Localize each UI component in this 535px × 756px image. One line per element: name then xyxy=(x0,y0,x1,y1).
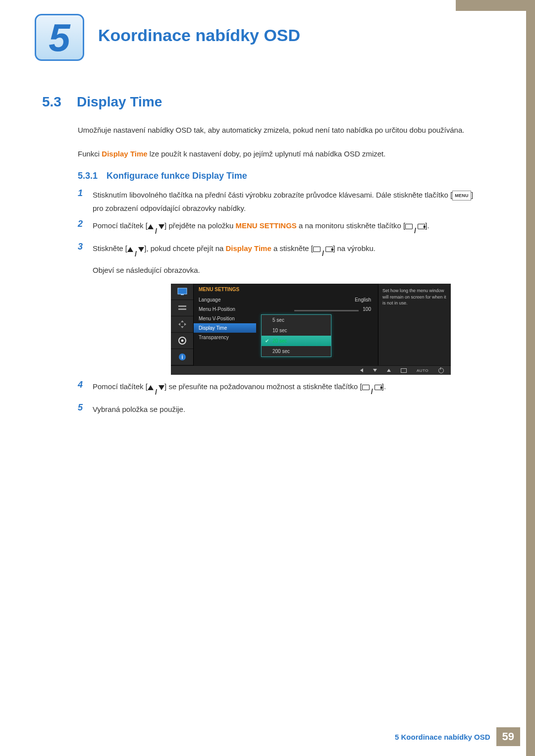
enter-icon xyxy=(401,368,407,373)
power-icon xyxy=(438,368,444,373)
osd-header: MENU SETTINGS xyxy=(194,284,378,294)
osd-footer-bar: AUTO xyxy=(171,365,451,375)
osd-screenshot: i MENU SETTINGS Language English Menu H-… xyxy=(171,284,451,375)
step-text: Vybraná položka se použije. xyxy=(93,403,185,416)
text: Pomocí tlačítek [ xyxy=(93,382,148,391)
highlight-display-time: Display Time xyxy=(226,244,271,252)
left-icon xyxy=(360,368,363,372)
svg-text:i: i xyxy=(181,354,183,360)
text: lze použít k nastavení doby, po jejímž u… xyxy=(148,150,386,158)
auto-label: AUTO xyxy=(417,368,428,373)
osd-nav-tabs: i xyxy=(171,284,194,365)
osd-row-transparency: Transparency xyxy=(194,333,268,342)
text: ] na výrobku. xyxy=(333,244,375,252)
osd-popup-option: 5 sec xyxy=(262,315,331,325)
label: Menu V-Position xyxy=(199,316,235,321)
label: Menu H-Position xyxy=(199,306,235,312)
osd-row-display-time: Display Time xyxy=(194,323,256,333)
text: ], pokud chcete přejít na xyxy=(144,244,225,252)
up-down-icon: / xyxy=(148,385,164,399)
down-icon xyxy=(373,369,377,372)
text: ] se přesuňte na požadovanou možnost a s… xyxy=(164,382,362,391)
osd-popup-option-selected: 20 sec xyxy=(262,336,331,346)
text: Stisknutím libovolného tlačítka na předn… xyxy=(93,191,452,199)
gear-icon xyxy=(178,336,187,345)
osd-row-hposition: Menu H-Position 100 xyxy=(194,304,378,314)
osd-tab-settings-icon xyxy=(171,333,193,349)
intro-paragraph-1: Umožňuje nastavení nabídky OSD tak, aby … xyxy=(78,124,476,137)
footer-page-number: 59 xyxy=(496,727,520,746)
osd-body: MENU SETTINGS Language English Menu H-Po… xyxy=(194,284,378,365)
text: Objeví se následující obrazovka. xyxy=(93,266,200,274)
svg-marker-7 xyxy=(184,323,186,326)
chapter-badge: 5 xyxy=(35,14,84,61)
step-text: Pomocí tlačítek [/] se přesuňte na požad… xyxy=(93,380,386,399)
subsection-number: 5.3.1 xyxy=(78,171,107,181)
info-icon: i xyxy=(178,353,186,361)
step-text: Stisknutím libovolného tlačítka na předn… xyxy=(93,188,476,215)
svg-rect-0 xyxy=(178,288,187,294)
arrows-icon xyxy=(177,319,187,329)
svg-marker-6 xyxy=(178,323,180,326)
bars-icon xyxy=(177,304,187,312)
subsection-heading: 5.3.1 Konfigurace funkce Display Time xyxy=(78,171,476,181)
step-5: 5 Vybraná položka se použije. xyxy=(78,403,476,416)
highlight-menu-settings: MENU SETTINGS xyxy=(235,221,296,230)
highlight-display-time: Display Time xyxy=(102,150,147,158)
svg-rect-3 xyxy=(178,308,186,310)
footer-chapter-ref: 5 Koordinace nabídky OSD xyxy=(395,733,496,741)
chapter-number: 5 xyxy=(49,18,70,57)
top-stripe xyxy=(456,0,535,11)
osd-row-language: Language English xyxy=(194,295,378,304)
chapter-title: Koordinace nabídky OSD xyxy=(98,26,300,45)
osd-tab-picture-icon xyxy=(171,284,193,300)
side-stripe xyxy=(526,0,535,756)
osd-popup-option: 10 sec xyxy=(262,325,331,336)
text: a na monitoru stiskněte tlačítko [ xyxy=(297,221,405,230)
osd-tab-color-icon xyxy=(171,300,193,316)
value: English xyxy=(355,297,371,302)
svg-point-9 xyxy=(181,340,183,342)
step-4: 4 Pomocí tlačítek [/] se přesuňte na pož… xyxy=(78,380,476,399)
label: Display Time xyxy=(199,325,227,331)
page-footer: 5 Koordinace nabídky OSD 59 xyxy=(395,727,520,746)
slider-icon xyxy=(294,310,359,311)
osd-popup-option: 200 sec xyxy=(262,346,331,356)
intro-paragraph-2: Funkci Display Time lze použít k nastave… xyxy=(78,148,476,160)
svg-rect-1 xyxy=(181,294,184,295)
step-text: Stiskněte [/], pokud chcete přejít na Di… xyxy=(93,242,375,277)
svg-marker-5 xyxy=(181,326,184,328)
step-2: 2 Pomocí tlačítek [/] přejděte na položk… xyxy=(78,219,476,238)
step-number: 4 xyxy=(78,380,93,399)
text: Stiskněte [ xyxy=(93,244,127,252)
label: Transparency xyxy=(199,335,229,340)
content: 5.3 Display Time Umožňuje nastavení nabí… xyxy=(42,94,476,420)
section-number: 5.3 xyxy=(42,94,77,110)
svg-rect-2 xyxy=(178,305,186,307)
step-number: 5 xyxy=(78,403,93,416)
text: Pomocí tlačítek [ xyxy=(93,221,148,230)
text: Funkci xyxy=(78,150,102,158)
menu-key-icon: MENU xyxy=(452,191,471,201)
enter-icon: / xyxy=(362,385,382,398)
step-number: 1 xyxy=(78,188,93,215)
osd-popup: 5 sec 10 sec 20 sec 200 sec xyxy=(261,314,331,357)
section-heading: 5.3 Display Time xyxy=(42,94,476,110)
value: 100 xyxy=(363,306,371,312)
up-icon xyxy=(387,369,391,372)
svg-marker-4 xyxy=(181,320,184,322)
subsection-title: Konfigurace funkce Display Time xyxy=(107,171,247,181)
text: ] přejděte na položku xyxy=(164,221,235,230)
osd-help-text: Set how long the menu window will remain… xyxy=(378,284,451,365)
enter-icon: / xyxy=(313,247,333,260)
enter-icon: / xyxy=(405,224,425,237)
step-3: 3 Stiskněte [/], pokud chcete přejít na … xyxy=(78,242,476,277)
step-number: 2 xyxy=(78,219,93,238)
section-title: Display Time xyxy=(77,94,162,110)
monitor-icon xyxy=(177,288,187,296)
label: Language xyxy=(199,297,221,302)
osd-row-vposition: Menu V-Position xyxy=(194,314,268,323)
step-text: Pomocí tlačítek [/] přejděte na položku … xyxy=(93,219,429,238)
osd-tab-size-icon xyxy=(171,316,193,333)
step-1: 1 Stisknutím libovolného tlačítka na pře… xyxy=(78,188,476,215)
